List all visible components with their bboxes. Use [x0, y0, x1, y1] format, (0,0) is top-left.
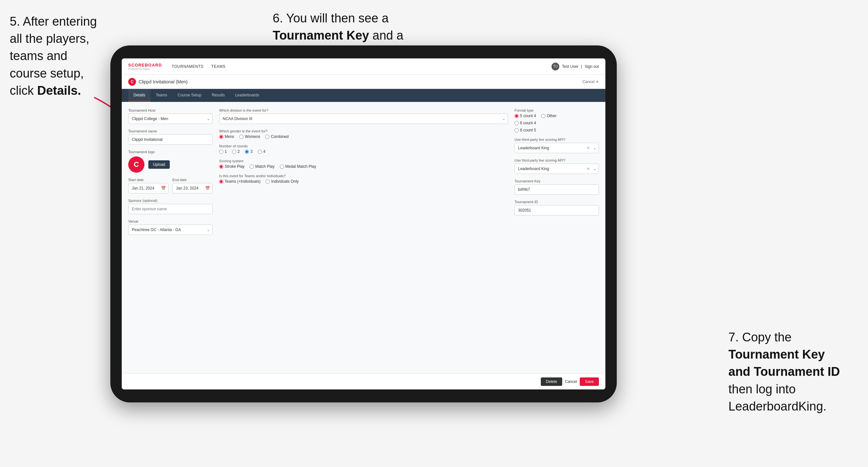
sponsor-label: Sponsor (optional)	[128, 198, 213, 203]
round-2-radio[interactable]	[232, 150, 236, 154]
annotation-top-mid: and a	[369, 29, 403, 42]
individuals-radio[interactable]	[266, 180, 270, 184]
sign-out-link[interactable]: Sign out	[585, 64, 599, 69]
tab-details-label: Details	[133, 93, 146, 97]
gender-womens-radio[interactable]	[239, 135, 244, 139]
scoring-match[interactable]: Match Play	[250, 164, 274, 169]
api1-dropdown-icon[interactable]: ⌄	[593, 146, 596, 150]
annotation-br-bold1: Tournament Key	[728, 348, 825, 361]
tablet: SCOREBOARD Powered by clippd TOURNAMENTS…	[111, 45, 617, 402]
format-other[interactable]: Other	[541, 114, 556, 118]
division-label: Which division is the event for?	[219, 108, 508, 112]
teams-label: Is this event for Teams and/or Individua…	[219, 174, 508, 178]
round-4[interactable]: 4	[258, 149, 266, 154]
start-date-wrapper: 📅	[128, 183, 168, 193]
division-group: Which division is the event for? NCAA Di…	[219, 108, 508, 124]
scoring-stroke[interactable]: Stroke Play	[219, 164, 244, 169]
tournament-host-select[interactable]: Clippd College - Men	[128, 114, 213, 124]
tournament-id-input[interactable]	[515, 205, 599, 216]
end-date-calendar-icon: 📅	[205, 186, 210, 190]
gender-group: Which gender is the event for? Mens Wome…	[219, 129, 508, 139]
individuals-only[interactable]: Individuals Only	[266, 179, 299, 184]
round-1-label: 1	[225, 149, 227, 154]
round-1[interactable]: 1	[219, 149, 227, 154]
sponsor-input[interactable]	[128, 204, 213, 214]
venue-select-wrapper: Peachtree GC - Atlanta - GA	[128, 225, 213, 235]
tournament-id-label: Tournament ID	[515, 200, 599, 204]
delete-button[interactable]: Delete	[541, 377, 562, 386]
api1-clear-icon[interactable]: ✕	[587, 146, 590, 150]
round-3[interactable]: 3	[245, 149, 252, 154]
nav-links: TOURNAMENTS TEAMS	[172, 63, 552, 70]
api2-label: Use third-party live scoring API?	[515, 158, 599, 162]
nav-tournaments[interactable]: TOURNAMENTS	[172, 63, 204, 70]
round-2[interactable]: 2	[232, 149, 240, 154]
gender-mens[interactable]: Mens	[219, 134, 234, 139]
gender-mens-radio[interactable]	[219, 135, 223, 139]
footer-cancel-button[interactable]: Cancel	[565, 379, 577, 384]
gender-womens[interactable]: Womens	[239, 134, 260, 139]
tournament-name-input[interactable]	[128, 134, 213, 145]
scoring-medal-match[interactable]: Medal Match Play	[280, 164, 316, 169]
division-select[interactable]: NCAA Division III	[219, 114, 508, 124]
scoring-match-radio[interactable]	[250, 164, 254, 169]
scoring-stroke-radio[interactable]	[219, 164, 223, 169]
gender-womens-label: Womens	[245, 134, 260, 139]
tab-details[interactable]: Details	[128, 89, 151, 102]
format-6count4-radio[interactable]	[515, 121, 519, 125]
tab-course-setup[interactable]: Course Setup	[173, 89, 207, 102]
round-4-radio[interactable]	[258, 150, 262, 154]
round-3-label: 3	[250, 149, 252, 154]
format-6count5-radio[interactable]	[515, 128, 519, 132]
rounds-radio-group: 1 2 3 4	[219, 149, 508, 154]
round-2-label: 2	[238, 149, 240, 154]
start-date-group: Start date 📅	[128, 178, 168, 193]
venue-label: Venue	[128, 219, 213, 223]
format-6count5[interactable]: 6 count 5	[515, 128, 536, 132]
scoring-stroke-label: Stroke Play	[225, 164, 244, 169]
format-5count4[interactable]: 5 count 4	[515, 114, 536, 118]
format-6count4[interactable]: 6 count 4	[515, 121, 536, 125]
gender-combined[interactable]: Combined	[265, 134, 288, 139]
page-header: C Clippd Invitational (Men) Cancel ✕	[122, 75, 606, 89]
format-other-label: Other	[547, 114, 556, 118]
format-5count4-radio[interactable]	[515, 114, 519, 118]
tournament-id-group: Tournament ID	[515, 200, 599, 216]
venue-select[interactable]: Peachtree GC - Atlanta - GA	[128, 225, 213, 235]
api2-input[interactable]	[515, 163, 599, 174]
teams-plus-radio[interactable]	[219, 180, 223, 184]
api2-dropdown-icon[interactable]: ⌄	[593, 166, 596, 171]
tab-teams[interactable]: Teams	[151, 89, 173, 102]
tab-leaderboards[interactable]: Leaderboards	[230, 89, 264, 102]
top-nav: SCOREBOARD Powered by clippd TOURNAMENTS…	[122, 58, 606, 75]
upload-button[interactable]: Upload	[148, 160, 170, 169]
api2-select-wrapper: ✕ ⌄	[515, 163, 599, 174]
annotation-br-line5: LeaderboardKing.	[728, 400, 827, 413]
gender-combined-label: Combined	[271, 134, 288, 139]
tab-leaderboards-label: Leaderboards	[235, 93, 259, 97]
tournament-host-label: Tournament Host	[128, 108, 213, 112]
brand-name: SCOREBOARD	[128, 63, 162, 67]
cancel-link[interactable]: Cancel ✕	[582, 80, 599, 84]
round-1-radio[interactable]	[219, 150, 223, 154]
tab-results[interactable]: Results	[207, 89, 230, 102]
user-icon: TU	[552, 63, 559, 70]
annotation-left-line5: click	[10, 84, 37, 97]
nav-teams[interactable]: TEAMS	[211, 63, 226, 70]
scoring-medal-match-radio[interactable]	[280, 164, 284, 169]
api1-input[interactable]	[515, 143, 599, 153]
tournament-key-input[interactable]	[515, 184, 599, 195]
tab-course-setup-label: Course Setup	[178, 93, 201, 97]
annotation-br-line4: then log into	[728, 382, 796, 396]
start-date-calendar-icon: 📅	[161, 186, 166, 190]
gender-combined-radio[interactable]	[265, 135, 270, 139]
api2-clear-icon[interactable]: ✕	[587, 166, 590, 171]
annotation-left-line4: course setup,	[10, 66, 84, 80]
gender-radio-group: Mens Womens Combined	[219, 134, 508, 139]
save-button[interactable]: Save	[580, 377, 599, 386]
format-other-radio[interactable]	[541, 114, 545, 118]
teams-plus-individuals[interactable]: Teams (+Individuals)	[219, 179, 260, 184]
gender-mens-label: Mens	[225, 134, 234, 139]
round-3-radio[interactable]	[245, 150, 249, 154]
format-options-row: 5 count 4 6 count 4 6 count 5	[515, 114, 599, 132]
